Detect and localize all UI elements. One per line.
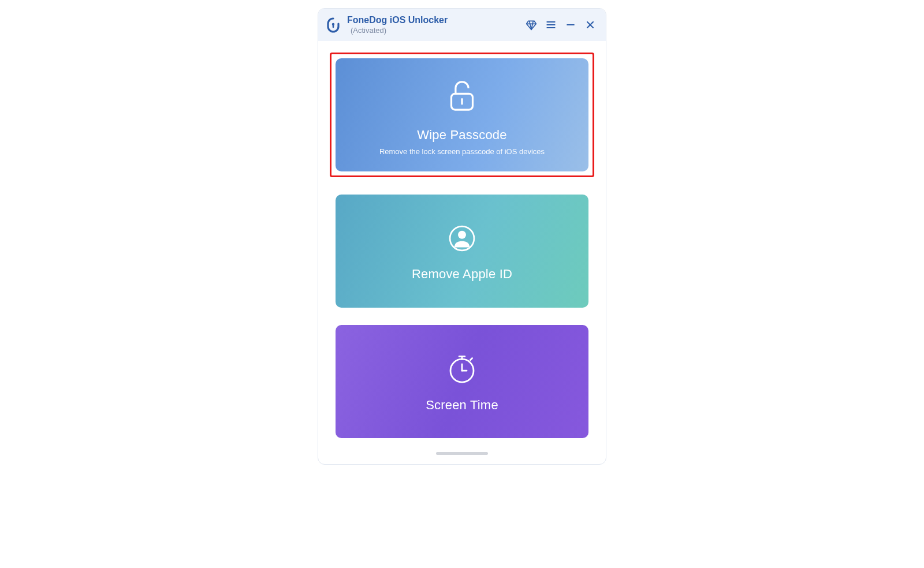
drag-handle[interactable] bbox=[436, 452, 488, 455]
titlebar: FoneDog iOS Unlocker (Activated) bbox=[318, 9, 606, 41]
svg-line-17 bbox=[470, 358, 472, 360]
highlight-box: Wipe Passcode Remove the lock screen pas… bbox=[330, 53, 594, 177]
bottom-handle-area bbox=[318, 452, 606, 464]
gem-icon[interactable] bbox=[525, 18, 538, 31]
remove-apple-id-card[interactable]: Remove Apple ID bbox=[336, 195, 588, 308]
wipe-subtitle: Remove the lock screen passcode of iOS d… bbox=[379, 147, 545, 156]
remove-title: Remove Apple ID bbox=[412, 267, 512, 282]
svg-point-11 bbox=[458, 231, 466, 239]
person-icon bbox=[444, 221, 480, 259]
app-window: FoneDog iOS Unlocker (Activated) bbox=[318, 8, 606, 465]
app-logo-icon bbox=[325, 17, 341, 33]
titlebar-controls bbox=[525, 18, 597, 31]
wipe-passcode-card[interactable]: Wipe Passcode Remove the lock screen pas… bbox=[336, 58, 588, 171]
close-button[interactable] bbox=[584, 18, 597, 31]
menu-icon[interactable] bbox=[545, 18, 557, 31]
app-title: FoneDog iOS Unlocker bbox=[347, 14, 519, 26]
app-status: (Activated) bbox=[351, 26, 519, 35]
main-content: Wipe Passcode Remove the lock screen pas… bbox=[318, 41, 606, 452]
screen-title: Screen Time bbox=[426, 398, 498, 413]
wipe-title: Wipe Passcode bbox=[417, 128, 506, 143]
screen-time-card[interactable]: Screen Time bbox=[336, 325, 588, 438]
minimize-button[interactable] bbox=[564, 18, 577, 31]
title-text: FoneDog iOS Unlocker (Activated) bbox=[347, 14, 519, 35]
stopwatch-icon bbox=[444, 350, 480, 390]
lock-icon bbox=[441, 74, 483, 119]
